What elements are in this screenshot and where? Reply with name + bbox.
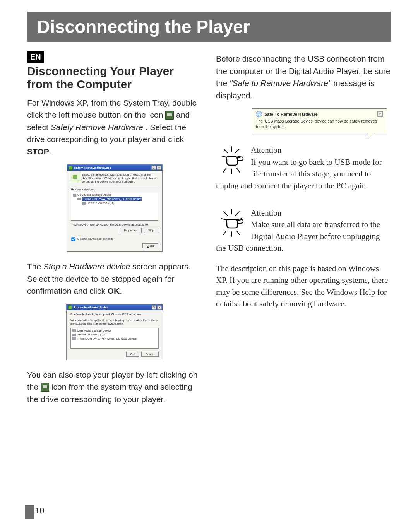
dialog-close-button[interactable]: × [157,305,162,310]
display-components-checkbox[interactable]: Display device components [71,237,158,242]
dialog-help-button[interactable]: ? [152,305,156,310]
attention-heading: Attention [251,208,281,217]
tree-item[interactable]: Generic volume - (D:) [73,201,156,205]
properties-button[interactable]: Properties [120,228,141,233]
cancel-button[interactable]: Cancel [141,352,159,357]
safely-remove-hardware-dialog: Safely Remove Hardware ? × Select the de… [67,164,163,252]
dialog-title-icon [68,305,72,309]
paragraph-2: The Stop a Hardware device screen appear… [27,260,202,297]
page-title-banner: Disconnecting the Player [27,12,391,42]
dialog-titlebar: Safely Remove Hardware ? × [67,165,162,171]
paragraph-right-1: Before disconnecting the USB connection … [216,53,391,101]
svg-line-1 [224,149,228,153]
dialog-close-button[interactable]: × [157,166,161,170]
svg-line-7 [237,168,240,172]
info-icon: i [256,111,262,117]
svg-line-3 [221,156,226,157]
svg-line-15 [237,231,240,235]
confirm-text: Confirm devices to be stopped, Choose OK… [70,313,159,316]
svg-line-13 [223,231,226,235]
device-location-label: THOMSON LYRA_MPR2456_EU USB Device at Lo… [71,223,158,226]
dialog-titlebar: Stop a Hardware device ? × [67,304,163,310]
tree-item[interactable]: USB Mass Storage Device [72,329,157,333]
section-heading: EN Disconnecting Your Player from the Co… [27,51,202,91]
language-badge: EN [27,51,44,63]
tree-item[interactable]: THOMSON LYRA_MPR2456_EU USB Device [72,337,157,341]
page-marker [25,505,34,519]
left-column: EN Disconnecting Your Player from the Co… [27,51,202,412]
balloon-message: The 'USB Mass Storage Device' device can… [256,119,383,129]
balloon-title: Safe To Remove Hardware [264,112,377,116]
svg-line-10 [235,212,239,216]
attention-block-1: Attention If you want to go back to USB … [216,144,391,192]
close-button[interactable]: Close [142,243,158,248]
ok-button[interactable]: OK [126,352,139,357]
dialog-title-icon [69,166,72,170]
device-tree[interactable]: USB Mass Storage Device Generic volume -… [70,328,159,349]
safely-remove-tray-icon [165,111,174,120]
balloon-close-button[interactable]: × [377,111,383,117]
stop-hardware-device-dialog: Stop a Hardware device ? × Confirm devic… [66,304,163,360]
safe-to-remove-balloon: i Safe To Remove Hardware × The 'USB Mas… [252,108,387,133]
attention-heading: Attention [251,145,281,155]
dialog-help-button[interactable]: ? [151,166,156,170]
svg-line-5 [223,168,226,172]
safely-remove-tray-icon [41,383,49,392]
device-tree[interactable]: USB Mass Storage Device THOMSON LYRA_MPR… [71,192,158,221]
paragraph-1: For Windows XP, from the System Tray, do… [27,97,202,158]
svg-line-2 [235,149,239,153]
hardware-devices-label: Hardware devices: [71,188,158,191]
svg-line-9 [224,212,228,216]
page-number: 10 [35,506,44,516]
tree-item[interactable]: Generic volume - (D:) [72,333,157,337]
right-column: Before disconnecting the USB connection … [216,51,391,412]
stop-button[interactable]: Stop [144,228,158,233]
warn-text: Windows will attempt to stop the followi… [70,318,159,325]
attention-hand-icon [216,144,247,175]
tree-item[interactable]: USB Mass Storage Device [73,193,156,197]
attention-body-2: The description on this page is based on… [216,263,391,310]
dialog-device-icon [71,173,79,181]
attention-block-2: Attention Make sure all data are transfe… [216,207,391,310]
tree-item-selected[interactable]: THOMSON LYRA_MPR2456_EU USB Device [82,197,142,202]
paragraph-3: You can also stop your player by left cl… [27,369,202,405]
attention-hand-icon [216,207,247,238]
svg-line-11 [221,219,226,220]
